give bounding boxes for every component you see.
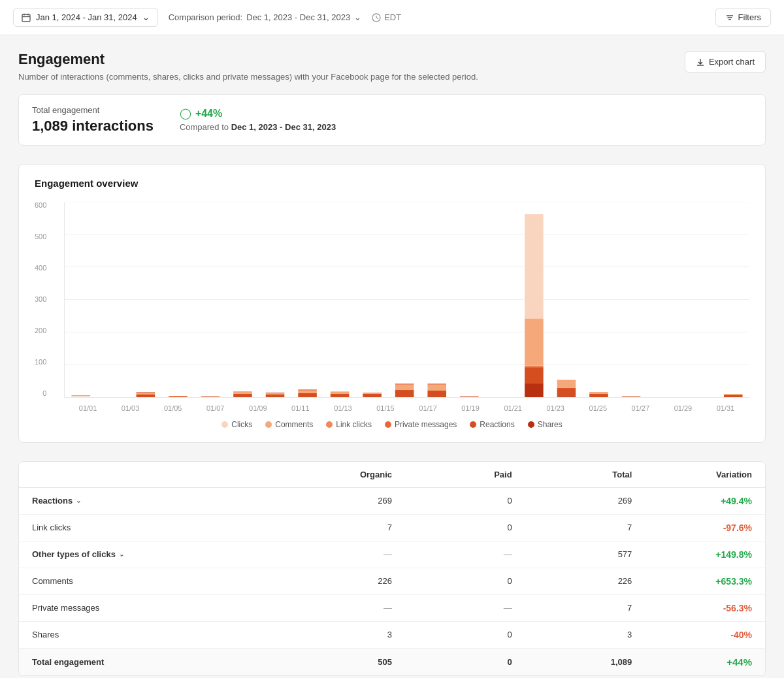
chart-title: Engagement overview [35,178,749,189]
table-row-private-messages: Private messages — — 7 -56.3% [19,595,765,622]
legend-reactions-label: Reactions [480,420,514,429]
svg-rect-52 [525,383,544,397]
x-label-0113: 01/13 [321,404,364,412]
table-row-total: Total engagement 505 0 1,089 +44% [19,649,765,675]
y-axis: 600 500 400 300 200 100 0 [35,202,52,398]
filter-icon [725,13,734,22]
y-label-200: 200 [35,327,46,334]
chart-svg [64,202,749,398]
row-link-clicks-variation: -97.6% [632,523,752,533]
y-label-500: 500 [35,233,46,240]
svg-rect-19 [71,395,90,396]
y-label-400: 400 [35,265,46,272]
row-other-clicks-label[interactable]: Other types of clicks ⌄ [32,549,272,559]
row-comments-total: 226 [512,576,632,586]
filters-button[interactable]: Filters [715,8,771,27]
summary-card: Total engagement 1,089 interactions ◯ +4… [18,94,766,146]
row-other-clicks-variation: +149.8% [632,549,752,560]
legend-shares-label: Shares [538,420,563,429]
table-row-reactions: Reactions ⌄ 269 0 269 +49.4% [19,488,765,515]
svg-rect-22 [137,392,155,393]
row-private-messages-total: 7 [512,603,632,613]
col-header-variation: Variation [632,470,752,479]
legend-clicks-label: Clicks [231,420,252,429]
row-comments-variation: +653.3% [632,576,752,587]
chevron-reactions: ⌄ [76,497,81,504]
svg-rect-44 [395,385,414,390]
row-reactions-organic: 269 [272,496,392,506]
legend-link-clicks-dot [326,421,333,428]
comparison-range-text: Dec 1, 2023 - Dec 31, 2023 [231,122,336,132]
page-title-area: Engagement Number of interactions (comme… [18,51,478,84]
row-total-total: 1,089 [512,657,632,667]
legend-clicks: Clicks [221,420,252,429]
legend-comments: Comments [265,420,313,429]
row-shares-variation: -40% [632,630,752,640]
svg-rect-45 [395,384,414,385]
download-icon [696,57,705,67]
table-header: Organic Paid Total Variation [19,462,765,488]
legend-link-clicks: Link clicks [326,420,372,429]
x-label-0127: 01/27 [619,404,662,412]
page-header: Engagement Number of interactions (comme… [18,51,766,84]
svg-rect-20 [137,395,155,397]
svg-rect-27 [233,394,252,397]
chart-wrapper: 600 500 400 300 200 100 0 [64,202,749,398]
legend-private-messages: Private messages [385,420,457,429]
row-reactions-variation: +49.4% [632,496,752,506]
export-button[interactable]: Export chart [685,51,766,73]
comparison-period-btn[interactable]: Comparison period: Dec 1, 2023 - Dec 31,… [169,12,361,22]
row-comments-label: Comments [32,576,272,586]
row-other-clicks-paid: — [392,549,512,559]
row-total-organic: 505 [272,657,392,667]
x-axis: 01/01 01/03 01/05 01/07 01/09 01/11 01/1… [64,404,749,412]
row-other-clicks-organic: — [272,549,392,559]
svg-rect-18 [71,396,90,396]
x-label-0125: 01/25 [577,404,619,412]
x-label-0115: 01/15 [364,404,406,412]
svg-rect-42 [363,393,382,394]
x-label-0103: 01/03 [109,404,152,412]
change-area: ◯ +44% Compared to Dec 1, 2023 - Dec 31,… [180,107,336,132]
row-total-paid: 0 [392,657,512,667]
svg-rect-26 [201,396,220,397]
comparison-text: Compared to Dec 1, 2023 - Dec 31, 2023 [180,122,336,132]
svg-rect-54 [525,366,544,367]
top-bar: Jan 1, 2024 - Jan 31, 2024 ⌄ Comparison … [0,0,784,35]
col-header-total: Total [512,470,632,479]
y-label-600: 600 [35,202,46,209]
table-row-shares: Shares 3 0 3 -40% [19,622,765,649]
date-range-picker[interactable]: Jan 1, 2024 - Jan 31, 2024 ⌄ [13,8,158,27]
row-reactions-label[interactable]: Reactions ⌄ [32,496,272,506]
svg-rect-28 [233,391,252,393]
change-value: +44% [195,108,222,120]
table-row-link-clicks: Link clicks 7 0 7 -97.6% [19,515,765,541]
timezone-label: EDT [384,12,401,22]
row-shares-paid: 0 [392,630,512,639]
svg-rect-35 [298,391,317,393]
svg-rect-51 [460,396,479,397]
page-title: Engagement [18,51,478,68]
svg-rect-62 [589,392,608,394]
svg-rect-48 [427,385,446,391]
timezone-display: EDT [372,12,401,22]
row-private-messages-variation: -56.3% [632,603,752,613]
svg-rect-30 [266,395,285,397]
svg-rect-25 [169,396,188,396]
row-comments-organic: 226 [272,576,392,586]
total-engagement-label: Total engagement [32,105,154,115]
row-private-messages-label: Private messages [32,603,272,613]
legend-reactions-dot [470,421,476,428]
total-engagement-value: 1,089 interactions [32,118,154,135]
svg-rect-64 [724,395,743,397]
x-label-0105: 01/05 [152,404,194,412]
svg-rect-49 [427,384,446,385]
chevron-other-clicks: ⌄ [119,551,124,558]
total-engagement-area: Total engagement 1,089 interactions [32,105,154,135]
x-label-0117: 01/17 [407,404,449,412]
svg-rect-47 [427,391,446,397]
row-other-clicks-total: 577 [512,549,632,559]
svg-rect-58 [557,396,576,396]
svg-rect-59 [557,388,576,396]
row-private-messages-organic: — [272,603,392,613]
